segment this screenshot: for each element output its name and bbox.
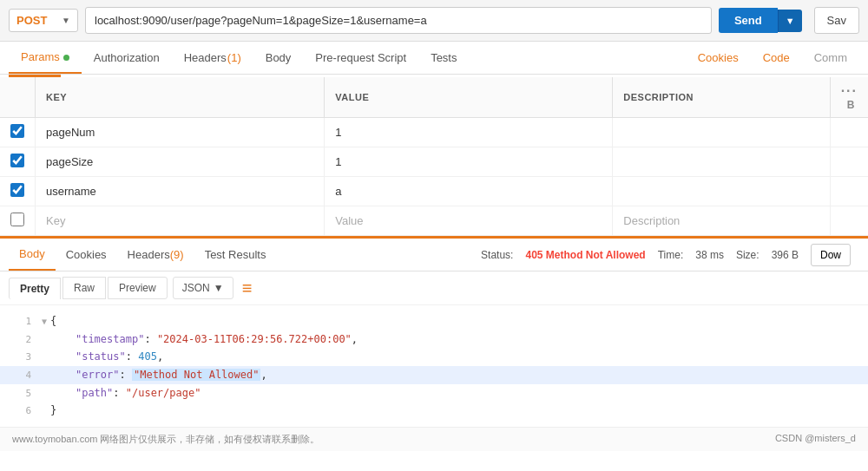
send-dropdown-button[interactable]: ▼: [778, 10, 802, 32]
col-value: VALUE: [325, 77, 613, 118]
time-value: 38 ms: [695, 249, 724, 261]
tab-comments[interactable]: Comm: [802, 43, 859, 73]
time-label: Time:: [658, 249, 684, 261]
row-desc-placeholder[interactable]: Description: [613, 206, 830, 236]
tab-body[interactable]: Body: [253, 43, 304, 73]
row-checkbox-3[interactable]: [10, 183, 24, 197]
tab-headers[interactable]: Headers(1): [172, 43, 253, 73]
row-checkbox-2[interactable]: [10, 154, 24, 167]
footer: www.toymoban.com 网络图片仅供展示，非存储，如有侵权请联系删除。…: [0, 427, 868, 451]
save-button[interactable]: Sav: [814, 7, 859, 34]
code-line-6: 6 }: [0, 402, 868, 420]
format-chevron-icon: ▼: [214, 282, 224, 294]
table-row: username a: [0, 177, 868, 206]
row-key-3: username: [36, 177, 325, 206]
resp-tab-headers[interactable]: Headers(9): [117, 239, 194, 270]
row-key-placeholder[interactable]: Key: [36, 206, 325, 236]
row-value-3: a: [325, 177, 613, 206]
row-checkbox-new[interactable]: [10, 213, 24, 226]
url-input[interactable]: [85, 7, 712, 34]
more-icon[interactable]: ···: [841, 83, 858, 98]
status-label: Status:: [481, 249, 513, 261]
row-value-1: 1: [325, 118, 613, 147]
row-desc-2: [613, 147, 830, 177]
tab-code[interactable]: Code: [751, 43, 802, 73]
json-code-area: 1 ▼ { 2 "timestamp": "2024-03-11T06:29:5…: [0, 305, 868, 427]
resp-tab-body[interactable]: Body: [9, 239, 56, 271]
status-value: 405 Method Not Allowed: [525, 249, 645, 261]
bulk-edit-icon[interactable]: B: [847, 99, 855, 111]
resp-tab-test-results[interactable]: Test Results: [194, 239, 277, 270]
col-description: DESCRIPTION: [613, 77, 830, 118]
row-key-2: pageSize: [36, 147, 325, 177]
code-line-2: 2 "timestamp": "2024-03-11T06:29:56.722+…: [0, 330, 868, 349]
table-row-placeholder: Key Value Description: [0, 206, 868, 236]
params-dot: [63, 55, 69, 61]
method-label: POST: [16, 14, 47, 27]
format-label: JSON: [182, 282, 210, 294]
top-bar: POST ▼ Send ▼ Sav: [0, 0, 868, 42]
row-checkbox-1[interactable]: [10, 124, 24, 138]
tab-tests[interactable]: Tests: [418, 43, 469, 73]
download-button[interactable]: Dow: [811, 244, 851, 266]
resp-tab-cookies[interactable]: Cookies: [56, 239, 117, 270]
line-toggle-1[interactable]: ▼: [42, 314, 47, 329]
pretty-button[interactable]: Pretty: [9, 278, 61, 299]
raw-button[interactable]: Raw: [62, 277, 106, 299]
row-value-2: 1: [325, 147, 613, 177]
tab-pre-request[interactable]: Pre-request Script: [303, 43, 418, 73]
row-value-placeholder[interactable]: Value: [325, 206, 613, 236]
footer-right: CSDN @misters_d: [775, 433, 856, 446]
size-value: 396 B: [772, 249, 799, 261]
code-toolbar: Pretty Raw Preview JSON ▼ ≡: [0, 271, 868, 305]
table-row: pageSize 1: [0, 147, 868, 177]
table-row: pageNum 1: [0, 118, 868, 147]
send-button[interactable]: Send: [719, 8, 778, 33]
row-key-1: pageNum: [36, 118, 325, 147]
method-chevron-icon: ▼: [62, 16, 70, 25]
row-desc-1: [613, 118, 830, 147]
tab-cookies[interactable]: Cookies: [686, 43, 751, 73]
size-label: Size:: [736, 249, 760, 261]
request-tab-bar: Params Authorization Headers(1) Body Pre…: [0, 42, 868, 75]
code-line-5: 5 "path": "/user/page": [0, 384, 868, 402]
code-line-1: 1 ▼ {: [0, 312, 868, 330]
method-select[interactable]: POST ▼: [9, 9, 78, 32]
send-btn-group: Send ▼: [719, 8, 802, 33]
wrap-icon[interactable]: ≡: [242, 278, 253, 298]
code-line-4: 4 "error": "Method Not Allowed",: [0, 366, 868, 384]
tab-authorization[interactable]: Authorization: [82, 43, 172, 73]
col-key: KEY: [36, 77, 325, 118]
row-desc-3: [613, 177, 830, 206]
tab-params[interactable]: Params: [9, 42, 82, 74]
footer-left: www.toymoban.com 网络图片仅供展示，非存储，如有侵权请联系删除。: [12, 433, 319, 446]
response-tab-bar: Body Cookies Headers(9) Test Results Sta…: [0, 239, 868, 271]
format-select[interactable]: JSON ▼: [173, 277, 233, 299]
params-table: KEY VALUE DESCRIPTION ··· B pageNum 1 pa…: [0, 77, 868, 236]
right-tabs: Cookies Code Comm: [686, 43, 859, 73]
preview-button[interactable]: Preview: [108, 277, 168, 299]
response-status: Status: 405 Method Not Allowed Time: 38 …: [481, 244, 859, 266]
code-line-3: 3 "status": 405,: [0, 348, 868, 366]
